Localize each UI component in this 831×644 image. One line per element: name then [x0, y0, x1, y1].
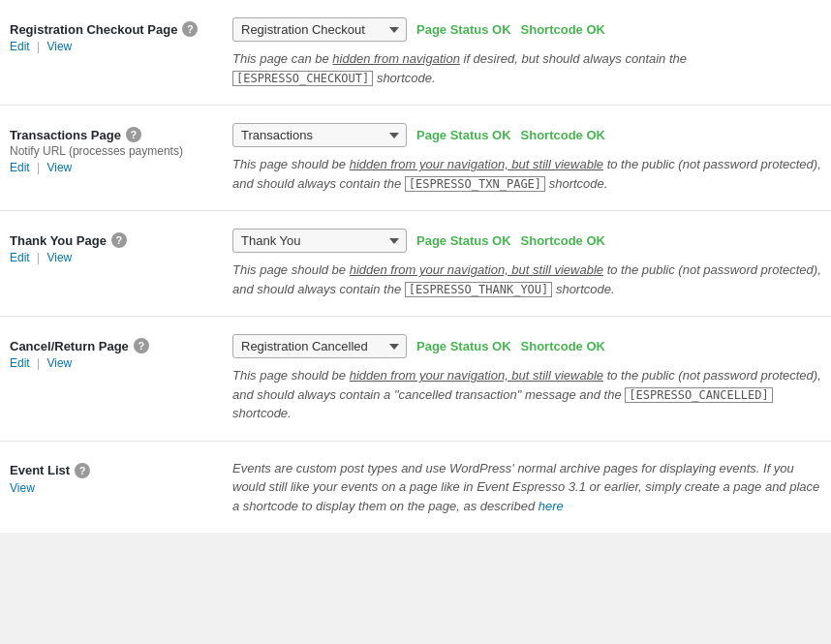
content-col-event-list: Events are custom post types and use Wor…: [232, 459, 821, 516]
description-cancel-return: This page should be hidden from your nav…: [232, 366, 821, 423]
edit-links-thank-you: Edit | View: [10, 251, 218, 264]
content-col-thank-you: Thank YouPage Status OKShortcode OKThis …: [232, 229, 821, 298]
page-label-cancel-return: Cancel/Return Page: [10, 339, 129, 353]
select-row-transactions: TransactionsPage Status OKShortcode OK: [232, 123, 821, 147]
view-link-event-list[interactable]: View: [10, 481, 35, 495]
page-label-transactions: Transactions Page: [10, 128, 121, 142]
page-label-registration-checkout: Registration Checkout Page: [10, 22, 177, 37]
shortcode-status-transactions: Shortcode OK: [521, 128, 605, 142]
sub-label-transactions: Notify URL (processes payments): [10, 144, 218, 158]
help-icon-registration-checkout[interactable]: ?: [182, 21, 198, 37]
settings-row-thank-you: Thank You Page?Edit | ViewThank YouPage …: [0, 211, 831, 317]
page-select-thank-you[interactable]: Thank You: [232, 229, 407, 253]
edit-link-transactions[interactable]: Edit: [10, 161, 30, 174]
content-col-transactions: TransactionsPage Status OKShortcode OKTh…: [232, 123, 821, 193]
description-underline-transactions: hidden from your navigation, but still v…: [350, 157, 603, 171]
select-row-thank-you: Thank YouPage Status OKShortcode OK: [232, 229, 821, 253]
shortcode-text-registration-checkout: [ESPRESSO_CHECKOUT]: [232, 71, 373, 86]
description-transactions: This page should be hidden from your nav…: [232, 155, 821, 193]
shortcode-status-registration-checkout: Shortcode OK: [521, 22, 605, 37]
separator-cancel-return: |: [34, 356, 44, 370]
separator-thank-you: |: [34, 251, 44, 264]
page-label-thank-you: Thank You Page: [10, 233, 107, 248]
label-col-cancel-return: Cancel/Return Page?Edit | View: [10, 334, 232, 370]
view-link-thank-you[interactable]: View: [46, 251, 72, 264]
shortcode-status-cancel-return: Shortcode OK: [521, 339, 605, 353]
page-select-transactions[interactable]: Transactions: [232, 123, 407, 147]
view-link-transactions[interactable]: View: [46, 161, 72, 174]
separator-registration-checkout: |: [34, 40, 44, 53]
select-row-cancel-return: Registration CancelledPage Status OKShor…: [232, 334, 821, 358]
view-link-registration-checkout[interactable]: View: [46, 40, 72, 53]
shortcode-text-transactions: [ESPRESSO_TXN_PAGE]: [405, 176, 545, 192]
edit-link-cancel-return[interactable]: Edit: [10, 356, 30, 370]
description-underline-registration-checkout: hidden from navigation: [332, 51, 460, 66]
help-icon-event-list[interactable]: ?: [75, 463, 90, 478]
separator-transactions: |: [34, 161, 44, 174]
label-col-transactions: Transactions Page?Notify URL (processes …: [10, 123, 232, 174]
page-status-registration-checkout: Page Status OK: [416, 22, 511, 37]
description-link-event-list[interactable]: here: [539, 499, 564, 513]
help-icon-cancel-return[interactable]: ?: [134, 338, 149, 353]
settings-row-cancel-return: Cancel/Return Page?Edit | ViewRegistrati…: [0, 317, 831, 442]
view-link-cancel-return[interactable]: View: [46, 356, 72, 370]
content-col-registration-checkout: Registration CheckoutPage Status OKShort…: [232, 17, 821, 87]
description-event-list: Events are custom post types and use Wor…: [232, 459, 821, 516]
description-underline-cancel-return: hidden from your navigation, but still v…: [350, 368, 603, 383]
page-status-thank-you: Page Status OK: [416, 233, 511, 248]
edit-link-thank-you[interactable]: Edit: [10, 251, 30, 264]
shortcode-text-cancel-return: [ESPRESSO_CANCELLED]: [625, 387, 773, 403]
edit-links-event-list: View: [10, 481, 218, 495]
page-status-cancel-return: Page Status OK: [416, 339, 511, 353]
description-thank-you: This page should be hidden from your nav…: [232, 261, 821, 298]
edit-links-transactions: Edit | View: [10, 161, 218, 174]
settings-row-registration-checkout: Registration Checkout Page?Edit | ViewRe…: [0, 0, 831, 106]
settings-table: Registration Checkout Page?Edit | ViewRe…: [0, 0, 831, 533]
settings-row-event-list: Event List?ViewEvents are custom post ty…: [0, 442, 831, 534]
edit-links-cancel-return: Edit | View: [10, 356, 218, 370]
page-select-registration-checkout[interactable]: Registration Checkout: [232, 17, 407, 42]
description-underline-thank-you: hidden from your navigation, but still v…: [350, 262, 603, 277]
edit-links-registration-checkout: Edit | View: [10, 40, 218, 53]
label-col-event-list: Event List?View: [10, 459, 232, 495]
page-label-event-list: Event List: [10, 463, 70, 477]
select-row-registration-checkout: Registration CheckoutPage Status OKShort…: [232, 17, 821, 42]
page-status-transactions: Page Status OK: [416, 128, 511, 142]
settings-row-transactions: Transactions Page?Notify URL (processes …: [0, 106, 831, 211]
label-col-registration-checkout: Registration Checkout Page?Edit | View: [10, 17, 232, 53]
shortcode-status-thank-you: Shortcode OK: [521, 233, 605, 248]
content-col-cancel-return: Registration CancelledPage Status OKShor…: [232, 334, 821, 423]
help-icon-transactions[interactable]: ?: [126, 127, 141, 142]
edit-link-registration-checkout[interactable]: Edit: [10, 40, 30, 53]
page-select-cancel-return[interactable]: Registration Cancelled: [232, 334, 407, 358]
description-registration-checkout: This page can be hidden from navigation …: [232, 49, 821, 87]
shortcode-text-thank-you: [ESPRESSO_THANK_YOU]: [405, 282, 553, 297]
help-icon-thank-you[interactable]: ?: [111, 232, 127, 248]
label-col-thank-you: Thank You Page?Edit | View: [10, 229, 232, 264]
